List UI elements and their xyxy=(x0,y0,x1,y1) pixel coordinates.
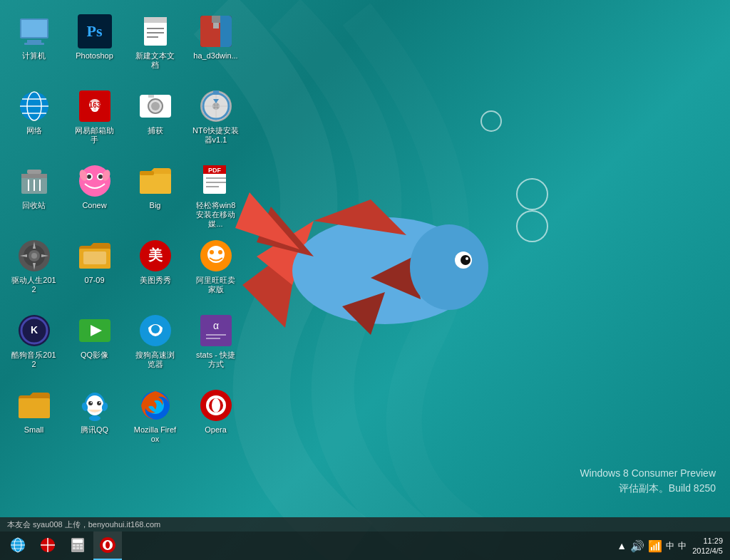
icon-computer[interactable]: 计算机 xyxy=(7,11,61,82)
icon-big[interactable]: Big xyxy=(128,160,182,232)
svg-rect-13 xyxy=(21,20,47,37)
icon-conew[interactable]: Conew xyxy=(68,160,121,232)
firefox-icon xyxy=(138,388,173,422)
svg-point-9 xyxy=(466,257,468,260)
bubble-large-top xyxy=(516,178,548,210)
svg-point-100 xyxy=(89,415,101,421)
icon-label-folder09: 07-09 xyxy=(84,276,104,285)
tray-arrow[interactable]: ▲ xyxy=(617,540,627,551)
svg-point-57 xyxy=(98,175,103,179)
clock-date: 2012/4/5 xyxy=(692,546,723,556)
icon-label-aliwang: 阿里旺旺卖家版 xyxy=(192,276,239,294)
icon-label-opera: Opera xyxy=(205,425,227,435)
svg-rect-122 xyxy=(80,547,83,549)
icon-label-capture: 捕获 xyxy=(148,126,163,135)
driver-icon xyxy=(17,239,51,273)
icon-winrar[interactable]: ha_d3dwin... xyxy=(189,11,242,82)
capture-icon xyxy=(138,89,173,123)
svg-text:PDF: PDF xyxy=(208,167,222,174)
icon-sougou[interactable]: 搜狗高速浏览器 xyxy=(128,310,182,381)
icon-label-small: Small xyxy=(24,425,44,435)
svg-point-95 xyxy=(97,401,101,405)
svg-rect-61 xyxy=(140,171,154,175)
svg-rect-121 xyxy=(76,547,79,549)
icon-capture[interactable]: 捕获 xyxy=(128,85,182,157)
icon-driver[interactable]: 驱动人生2012 xyxy=(7,235,61,306)
svg-point-106 xyxy=(212,398,220,413)
system-tray: ▲ 🔊 📶 中 中 xyxy=(617,539,687,553)
svg-rect-118 xyxy=(76,544,79,546)
pdf-icon: PDF xyxy=(199,164,233,198)
icon-label-big: Big xyxy=(150,201,161,210)
stats-icon: α xyxy=(199,313,233,348)
icon-stats[interactable]: α stats - 快捷方式 xyxy=(189,310,242,381)
icon-nt6[interactable]: NT6快捷安装器v1.1 xyxy=(189,85,242,157)
nt6-icon xyxy=(199,89,233,123)
taskbar: ▲ 🔊 📶 中 中 11:29 2012/4/5 xyxy=(0,532,730,560)
svg-point-79 xyxy=(218,250,222,254)
icon-label-mail163: 网易邮箱助手 xyxy=(71,126,118,145)
icon-network[interactable]: 网络 xyxy=(7,85,61,157)
icon-label-sougou: 搜狗高速浏览器 xyxy=(132,351,178,369)
icon-opera[interactable]: Opera xyxy=(189,385,242,456)
taskbar-opera[interactable] xyxy=(93,532,122,560)
icon-photoshop[interactable]: Ps Photoshop xyxy=(68,11,121,82)
tray-input1[interactable]: 中 xyxy=(666,540,674,552)
svg-point-96 xyxy=(91,402,92,403)
icon-label-photoshop: Photoshop xyxy=(76,51,113,61)
svg-rect-48 xyxy=(21,174,47,178)
clock[interactable]: 11:29 2012/4/5 xyxy=(692,536,723,556)
icon-folder09[interactable]: 07-09 xyxy=(68,235,121,306)
svg-point-71 xyxy=(31,253,37,259)
svg-rect-60 xyxy=(140,174,171,194)
taskbar-network2[interactable] xyxy=(34,532,62,560)
icon-mail163[interactable]: 8 163 网易邮箱助手 xyxy=(68,85,121,157)
computer-icon xyxy=(17,14,51,48)
svg-text:α: α xyxy=(212,320,218,331)
bubble-large-bottom xyxy=(516,210,548,242)
calc-taskbar-icon xyxy=(69,536,86,554)
watermark-line1: Windows 8 Consumer Preview xyxy=(580,466,716,481)
icon-label-winrar: ha_d3dwin... xyxy=(193,51,237,61)
taskbar-calc[interactable] xyxy=(63,532,92,560)
conew-icon xyxy=(78,164,112,198)
svg-point-6 xyxy=(410,224,488,310)
opera-taskbar-icon xyxy=(99,536,116,554)
desktop: 计算机 Ps Photoshop 新建文本文档 xyxy=(0,0,730,560)
svg-rect-25 xyxy=(212,16,220,23)
icon-small[interactable]: Small xyxy=(7,385,61,456)
svg-text:163: 163 xyxy=(88,101,101,109)
ie-taskbar-icon xyxy=(9,536,26,554)
tray-input2[interactable]: 中 xyxy=(678,540,687,552)
svg-text:美: 美 xyxy=(148,247,163,263)
icon-label-network: 网络 xyxy=(26,126,42,135)
taskbar-apps xyxy=(0,532,125,560)
icon-kugou[interactable]: K 酷狗音乐2012 xyxy=(7,310,61,381)
recycle-icon xyxy=(17,164,51,198)
icon-label-firefox: Mozilla Firefox xyxy=(132,425,178,444)
svg-rect-45 xyxy=(213,90,219,95)
svg-point-78 xyxy=(210,250,214,254)
icon-meitu[interactable]: 美 美图秀秀 xyxy=(128,235,182,306)
taskbar-ie[interactable] xyxy=(4,532,32,560)
icon-qq[interactable]: 腾讯QQ xyxy=(68,385,121,456)
winrar-icon xyxy=(199,14,233,48)
icon-firefox[interactable]: Mozilla Firefox xyxy=(128,385,182,456)
icon-aliwang[interactable]: 阿里旺旺卖家版 xyxy=(189,235,242,306)
svg-rect-39 xyxy=(148,95,154,98)
aliwang-icon xyxy=(199,239,233,273)
icon-label-qqvideo: QQ影像 xyxy=(81,351,108,360)
win8-watermark: Windows 8 Consumer Preview 评估副本。Build 82… xyxy=(580,466,716,496)
tray-volume[interactable]: 🔊 xyxy=(630,539,644,553)
icon-pdf[interactable]: PDF 轻松将win8安装在移动媒... xyxy=(189,160,242,232)
icon-recycle[interactable]: 回收站 xyxy=(7,160,61,232)
icon-notepad[interactable]: 新建文本文档 xyxy=(128,11,182,82)
svg-point-94 xyxy=(88,401,93,405)
taskbar-right: ▲ 🔊 📶 中 中 11:29 2012/4/5 xyxy=(610,532,730,560)
tray-network[interactable]: 📶 xyxy=(648,539,662,553)
icon-qqvideo[interactable]: QQ影像 xyxy=(68,310,121,381)
clock-time: 11:29 xyxy=(703,536,723,546)
icon-label-conew: Conew xyxy=(82,201,106,210)
qq-icon xyxy=(78,388,112,422)
status-text: 本友会 syau008 上传，benyouhui.it168.com xyxy=(7,519,160,530)
